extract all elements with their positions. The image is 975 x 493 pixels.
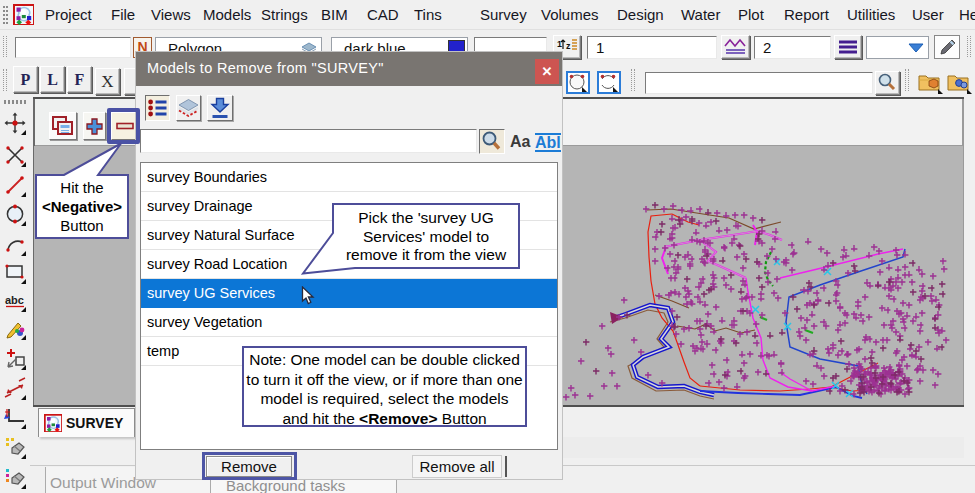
- svg-text:1: 1: [557, 39, 562, 49]
- svg-text:z: z: [566, 41, 571, 51]
- svg-text:abc: abc: [5, 294, 24, 306]
